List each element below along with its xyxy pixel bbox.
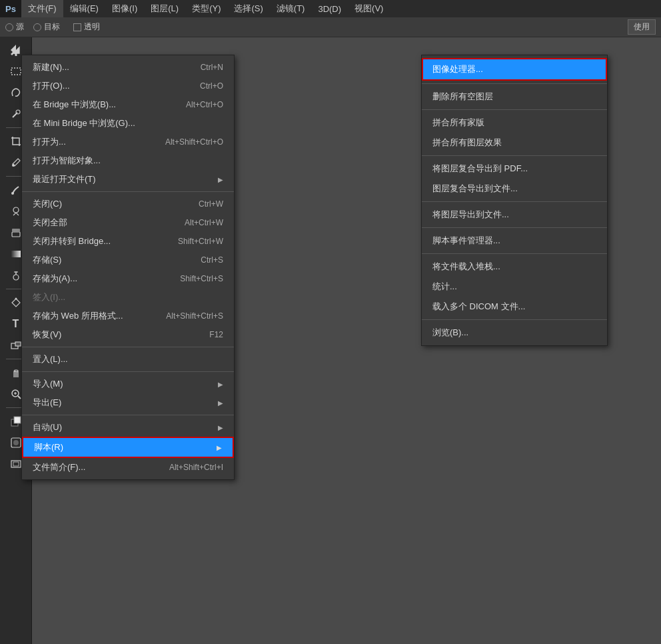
submenu-sep-4	[422, 201, 607, 202]
menu-open-as[interactable]: 打开为... Alt+Shift+Ctrl+O	[22, 133, 234, 151]
submenu-export-files[interactable]: 图层复合导出到文件...	[422, 179, 607, 199]
submenu-load-files-label: 将文件载入堆栈...	[432, 261, 500, 273]
submenu-export-pdf[interactable]: 将图层复合导出到 PDF...	[422, 159, 607, 179]
svg-point-24	[13, 440, 19, 445]
use-button[interactable]: 使用	[628, 19, 656, 35]
svg-rect-26	[13, 462, 19, 466]
menu-bar: Ps 文件(F) 编辑(E) 图像(I) 图层(L) 类型(Y) 选择(S) 滤…	[0, 0, 661, 17]
menu-mini-bridge-label: 在 Mini Bridge 中浏览(G)...	[33, 117, 135, 129]
ps-logo: Ps	[0, 0, 21, 17]
menu-item-file[interactable]: 文件(F)	[21, 0, 63, 17]
menu-new-shortcut: Ctrl+N	[201, 63, 223, 72]
menu-open-shortcut: Ctrl+O	[200, 81, 223, 91]
menu-revert-shortcut: F12	[209, 330, 223, 339]
svg-rect-10	[11, 251, 21, 257]
submenu-export-layers[interactable]: 将图层导出到文件...	[422, 205, 607, 225]
script-submenu: 图像处理器... 删除所有空图层 拼合所有家版 拼合所有图层效果 将图层复合导出…	[421, 55, 608, 346]
submenu-delete-empty-layers[interactable]: 删除所有空图层	[422, 87, 607, 107]
svg-rect-16	[15, 342, 21, 346]
submenu-image-processor-label: 图像处理器...	[432, 63, 483, 75]
menu-recent-label: 最近打开文件(T)	[33, 173, 96, 185]
options-bar: 源 目标 透明 使用	[0, 17, 661, 37]
menu-new[interactable]: 新建(N)... Ctrl+N	[22, 58, 234, 77]
checkbox-transparent-box	[73, 23, 81, 31]
menu-save-web-shortcut: Alt+Shift+Ctrl+S	[166, 311, 223, 321]
menu-item-view[interactable]: 视图(V)	[348, 0, 390, 17]
menu-open-label: 打开(O)...	[33, 80, 70, 92]
menu-item-filter[interactable]: 滤镜(T)	[270, 0, 312, 17]
menu-revert-label: 恢复(V)	[33, 329, 61, 341]
menu-import[interactable]: 导入(M) ▶	[22, 375, 234, 393]
svg-point-5	[12, 164, 15, 167]
radio-source-circle	[5, 23, 13, 31]
menu-open[interactable]: 打开(O)... Ctrl+O	[22, 77, 234, 95]
menu-export-label: 导出(E)	[33, 397, 61, 409]
menu-save[interactable]: 存储(S) Ctrl+S	[22, 251, 234, 269]
radio-group: 源 目标	[5, 21, 60, 33]
menu-file-info-label: 文件简介(F)...	[33, 461, 85, 473]
submenu-load-files[interactable]: 将文件载入堆栈...	[422, 257, 607, 277]
submenu-flatten-all-masks[interactable]: 拼合所有家版	[422, 113, 607, 133]
menu-close-all-shortcut: Alt+Ctrl+W	[185, 218, 223, 227]
menu-checkin: 签入(I)...	[22, 288, 234, 307]
submenu-flatten-layer-effects-label: 拼合所有图层效果	[432, 137, 502, 149]
menu-close-bridge-shortcut: Shift+Ctrl+W	[178, 237, 223, 246]
menu-save-as-label: 存储为(A)...	[33, 273, 77, 285]
submenu-browse[interactable]: 浏览(B)...	[422, 323, 607, 343]
submenu-load-dicom[interactable]: 载入多个 DICOM 文件...	[422, 297, 607, 317]
menu-automate[interactable]: 自动(U) ▶	[22, 418, 234, 437]
menu-close[interactable]: 关闭(C) Ctrl+W	[22, 195, 234, 213]
menu-file-info[interactable]: 文件简介(F)... Alt+Shift+Ctrl+I	[22, 458, 234, 477]
submenu-sep-1	[422, 83, 607, 84]
radio-target-circle	[33, 23, 41, 31]
menu-item-edit[interactable]: 编辑(E)	[63, 0, 105, 17]
menu-close-all[interactable]: 关闭全部 Alt+Ctrl+W	[22, 213, 234, 232]
svg-point-7	[13, 207, 19, 213]
radio-source-label: 源	[16, 21, 24, 33]
menu-close-all-label: 关闭全部	[33, 217, 67, 229]
checkbox-transparent[interactable]: 透明	[73, 21, 100, 33]
menu-save-as-shortcut: Shift+Ctrl+S	[180, 274, 223, 283]
checkbox-transparent-label: 透明	[84, 21, 100, 33]
svg-line-18	[18, 396, 21, 399]
menu-item-type[interactable]: 类型(Y)	[185, 0, 227, 17]
menu-item-image[interactable]: 图像(I)	[105, 0, 144, 17]
radio-source[interactable]: 源	[5, 21, 24, 33]
submenu-sep-5	[422, 227, 607, 228]
submenu-flatten-all-masks-label: 拼合所有家版	[432, 117, 484, 129]
menu-mini-bridge[interactable]: 在 Mini Bridge 中浏览(G)...	[22, 114, 234, 133]
menu-close-bridge[interactable]: 关闭并转到 Bridge... Shift+Ctrl+W	[22, 232, 234, 251]
submenu-statistics[interactable]: 统计...	[422, 277, 607, 297]
menu-export[interactable]: 导出(E) ▶	[22, 393, 234, 412]
menu-save-as[interactable]: 存储为(A)... Shift+Ctrl+S	[22, 269, 234, 288]
submenu-image-processor[interactable]: 图像处理器...	[422, 58, 607, 81]
menu-scripts[interactable]: 脚本(R) ▶	[22, 437, 234, 458]
svg-rect-9	[12, 229, 20, 232]
svg-point-4	[16, 110, 20, 114]
menu-new-label: 新建(N)...	[33, 61, 69, 73]
menu-save-web-label: 存储为 Web 所用格式...	[33, 310, 123, 322]
menu-revert[interactable]: 恢复(V) F12	[22, 325, 234, 344]
menu-item-3d[interactable]: 3D(D)	[311, 0, 348, 17]
menu-close-shortcut: Ctrl+W	[199, 199, 223, 209]
menu-automate-arrow: ▶	[218, 424, 223, 431]
submenu-flatten-layer-effects[interactable]: 拼合所有图层效果	[422, 133, 607, 153]
menu-save-web[interactable]: 存储为 Web 所用格式... Alt+Shift+Ctrl+S	[22, 307, 234, 325]
menu-close-label: 关闭(C)	[33, 198, 62, 210]
menu-recent-arrow: ▶	[218, 176, 223, 183]
menu-item-layer[interactable]: 图层(L)	[144, 0, 185, 17]
menu-open-as-shortcut: Alt+Shift+Ctrl+O	[165, 137, 223, 147]
submenu-export-pdf-label: 将图层复合导出到 PDF...	[432, 163, 528, 175]
menu-recent[interactable]: 最近打开文件(T) ▶	[22, 170, 234, 189]
menu-import-label: 导入(M)	[33, 378, 63, 390]
radio-target[interactable]: 目标	[33, 21, 60, 33]
menu-scripts-label: 脚本(R)	[34, 441, 63, 453]
menu-bridge-shortcut: Alt+Ctrl+O	[186, 100, 223, 109]
submenu-load-dicom-label: 载入多个 DICOM 文件...	[432, 301, 525, 313]
menu-item-select[interactable]: 选择(S)	[227, 0, 269, 17]
submenu-script-events[interactable]: 脚本事件管理器...	[422, 231, 607, 251]
menu-open-smart[interactable]: 打开为智能对象...	[22, 151, 234, 170]
menu-bridge[interactable]: 在 Bridge 中浏览(B)... Alt+Ctrl+O	[22, 95, 234, 114]
menu-place[interactable]: 置入(L)...	[22, 350, 234, 369]
submenu-sep-7	[422, 319, 607, 320]
